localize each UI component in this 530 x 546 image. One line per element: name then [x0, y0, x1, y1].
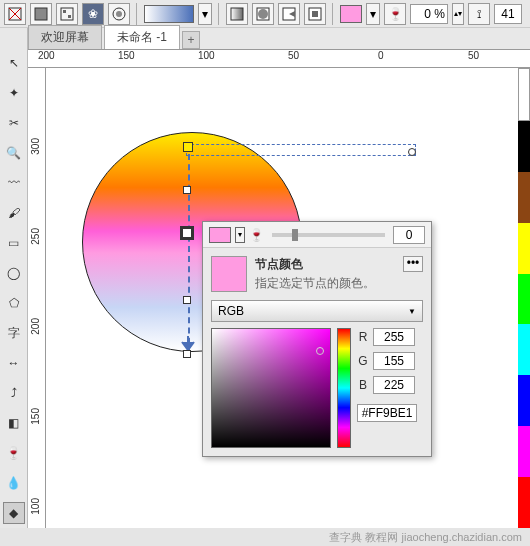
- separator: [332, 3, 334, 25]
- polygon-tool-icon[interactable]: ⬠: [3, 292, 25, 314]
- property-bar: ❀ ▾ ▾ 🍷 ▴▾ ⟟: [0, 0, 530, 28]
- color-preview-swatch: [211, 256, 247, 292]
- separator: [136, 3, 138, 25]
- ruler-tick: 150: [118, 50, 135, 61]
- svg-rect-6: [68, 15, 71, 18]
- gradient-preview[interactable]: [144, 5, 194, 23]
- selection-box: [186, 144, 416, 156]
- solid-fill-icon[interactable]: [30, 3, 52, 25]
- chevron-down-icon: ▼: [408, 307, 416, 316]
- color-picker-ring[interactable]: [316, 347, 324, 355]
- more-options-button[interactable]: •••: [403, 256, 423, 272]
- effects-tool-icon[interactable]: ◧: [3, 412, 25, 434]
- texture-fill-icon[interactable]: ❀: [82, 3, 104, 25]
- ruler-tick: 300: [30, 138, 41, 155]
- ruler-tick: 100: [30, 498, 41, 515]
- zoom-tool-icon[interactable]: 🔍: [3, 142, 25, 164]
- position-icon[interactable]: ⟟: [468, 3, 490, 25]
- svg-rect-4: [61, 8, 73, 20]
- artistic-media-icon[interactable]: 🖌: [3, 202, 25, 224]
- tab-add-button[interactable]: +: [182, 31, 200, 49]
- vertical-ruler: 300 250 200 150 100: [28, 68, 46, 546]
- selection-handle[interactable]: [408, 148, 416, 156]
- toolbox: ↖ ✦ ✂ 🔍 〰 🖌 ▭ ◯ ⬠ 字 ↔ ⤴ ◧ 🍷 💧 ◆: [0, 28, 28, 546]
- dimension-tool-icon[interactable]: ↔: [3, 352, 25, 374]
- transparency-icon[interactable]: 🍷: [249, 228, 264, 242]
- ruler-tick: 250: [30, 228, 41, 245]
- pick-tool-icon[interactable]: ↖: [3, 52, 25, 74]
- panel-description: 指定选定节点的颜色。: [255, 275, 375, 292]
- svg-rect-3: [35, 8, 47, 20]
- panel-header: 节点颜色 指定选定节点的颜色。 •••: [203, 248, 431, 300]
- separator: [218, 3, 220, 25]
- text-tool-icon[interactable]: 字: [3, 322, 25, 344]
- hue-slider[interactable]: [337, 328, 351, 448]
- g-input[interactable]: [373, 352, 415, 370]
- panel-title: 节点颜色: [255, 256, 375, 273]
- svg-point-8: [116, 11, 122, 17]
- eyedropper-tool-icon[interactable]: 💧: [3, 472, 25, 494]
- gradient-vector[interactable]: [188, 154, 190, 354]
- svg-point-11: [258, 9, 268, 19]
- r-label: R: [357, 330, 369, 344]
- gradient-node[interactable]: [183, 296, 191, 304]
- shape-tool-icon[interactable]: ✦: [3, 82, 25, 104]
- gradient-node-selected[interactable]: [180, 226, 194, 240]
- transparency-tool-icon[interactable]: 🍷: [3, 442, 25, 464]
- ruler-tick: 200: [38, 50, 55, 61]
- square-gradient-icon[interactable]: [304, 3, 326, 25]
- rectangle-tool-icon[interactable]: ▭: [3, 232, 25, 254]
- ruler-tick: 150: [30, 408, 41, 425]
- ruler-tick: 50: [468, 50, 479, 61]
- panel-toolbar: ▾ 🍷: [203, 222, 431, 248]
- connector-tool-icon[interactable]: ⤴: [3, 382, 25, 404]
- transparency-value-input[interactable]: [393, 226, 425, 244]
- pattern-fill-icon[interactable]: [56, 3, 78, 25]
- node-color-panel: ▾ 🍷 节点颜色 指定选定节点的颜色。 ••• RGB ▼ R G B: [202, 221, 432, 457]
- freehand-tool-icon[interactable]: 〰: [3, 172, 25, 194]
- color-dropdown-icon[interactable]: ▾: [235, 227, 245, 243]
- no-fill-icon[interactable]: [4, 3, 26, 25]
- rgb-inputs: R G B: [357, 328, 417, 448]
- color-field[interactable]: [211, 328, 331, 448]
- postscript-fill-icon[interactable]: [108, 3, 130, 25]
- node-color-swatch[interactable]: [340, 5, 362, 23]
- svg-rect-14: [312, 11, 318, 17]
- b-input[interactable]: [373, 376, 415, 394]
- panel-body: R G B: [203, 328, 431, 456]
- tab-bar: 欢迎屏幕 未命名 -1 +: [0, 28, 530, 50]
- hex-input[interactable]: [357, 404, 417, 422]
- horizontal-ruler: 200 150 100 50 0 50: [28, 50, 530, 68]
- gradient-dropdown-icon[interactable]: ▾: [198, 3, 212, 25]
- spinner-icon[interactable]: ▴▾: [452, 3, 464, 25]
- tab-welcome[interactable]: 欢迎屏幕: [28, 25, 102, 49]
- g-label: G: [357, 354, 369, 368]
- conical-gradient-icon[interactable]: [278, 3, 300, 25]
- r-input[interactable]: [373, 328, 415, 346]
- transparency-icon[interactable]: 🍷: [384, 3, 406, 25]
- svg-rect-5: [63, 10, 66, 13]
- current-color-swatch[interactable]: [209, 227, 231, 243]
- color-mode-dropdown[interactable]: RGB ▼: [211, 300, 423, 322]
- footer-watermark: 查字典 教程网 jiaocheng.chazidian.com: [0, 528, 530, 546]
- fill-tool-icon[interactable]: ◆: [3, 502, 25, 524]
- svg-rect-9: [231, 8, 243, 20]
- swatch-dropdown-icon[interactable]: ▾: [366, 3, 380, 25]
- b-label: B: [357, 378, 369, 392]
- ellipse-tool-icon[interactable]: ◯: [3, 262, 25, 284]
- ruler-tick: 50: [288, 50, 299, 61]
- ruler-tick: 100: [198, 50, 215, 61]
- color-mode-label: RGB: [218, 304, 244, 318]
- node-position-input[interactable]: [494, 4, 522, 24]
- gradient-end-node[interactable]: [183, 350, 191, 358]
- linear-gradient-icon[interactable]: [226, 3, 248, 25]
- selection-handle[interactable]: [183, 142, 193, 152]
- gradient-node[interactable]: [183, 186, 191, 194]
- tab-document[interactable]: 未命名 -1: [104, 25, 180, 49]
- transparency-input[interactable]: [410, 4, 448, 24]
- radial-gradient-icon[interactable]: [252, 3, 274, 25]
- transparency-slider[interactable]: [272, 233, 385, 237]
- crop-tool-icon[interactable]: ✂: [3, 112, 25, 134]
- color-palette[interactable]: [518, 68, 530, 528]
- ruler-tick: 0: [378, 50, 384, 61]
